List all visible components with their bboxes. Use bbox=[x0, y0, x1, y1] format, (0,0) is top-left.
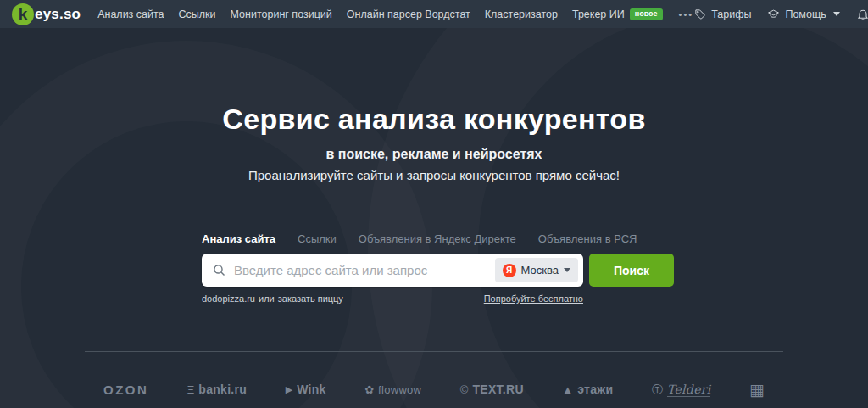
nav-links[interactable]: Ссылки bbox=[179, 8, 216, 20]
notifications-bell-icon[interactable] bbox=[856, 8, 868, 21]
chevron-down-icon bbox=[833, 12, 840, 16]
house-icon: ▲ bbox=[562, 384, 573, 395]
telderi-shield-icon: Ⓣ bbox=[652, 384, 663, 395]
partner-logo-telderi[interactable]: Ⓣ Telderi bbox=[652, 383, 711, 397]
partner-logo-flowwow[interactable]: ✿ flowwow bbox=[364, 383, 421, 396]
nav-wordstat-parser[interactable]: Онлайн парсер Вордстат bbox=[347, 8, 470, 20]
yandex-icon: Я bbox=[503, 264, 516, 277]
nav-site-analysis[interactable]: Анализ сайта bbox=[97, 8, 164, 20]
example-separator: или bbox=[259, 293, 275, 304]
tab-yandex-direct-ads[interactable]: Объявления в Яндекс Директе bbox=[359, 232, 516, 245]
keys-so-logo[interactable]: k eys.so bbox=[12, 3, 81, 25]
search-button[interactable]: Поиск bbox=[589, 254, 674, 287]
tab-site-analysis[interactable]: Анализ сайта bbox=[202, 232, 275, 245]
example-site-link[interactable]: dodopizza.ru bbox=[202, 293, 255, 305]
main-nav: Анализ сайта Ссылки Мониторинг позиций О… bbox=[97, 8, 693, 20]
chevron-down-icon bbox=[564, 268, 570, 272]
qr-pixel-icon: ▦ bbox=[749, 382, 765, 398]
hero-subtitle-1: в поиске, рекламе и нейросетях bbox=[0, 147, 868, 162]
flower-icon: ✿ bbox=[364, 384, 374, 395]
search-box: Я Москва bbox=[202, 254, 583, 287]
logo-k-circle: k bbox=[12, 3, 34, 25]
hero-section: Сервис анализа конкурентов в поиске, рек… bbox=[0, 28, 868, 408]
partner-logo-banki-ru[interactable]: Ξ banki.ru bbox=[187, 383, 247, 396]
example-links-row: dodopizza.ru или заказать пиццу Попробуй… bbox=[202, 293, 583, 305]
page-title: Сервис анализа конкурентов bbox=[0, 103, 868, 136]
partner-logo-text-ru[interactable]: © TEXT.RU bbox=[460, 383, 524, 396]
try-free-link[interactable]: Попробуйте бесплатно bbox=[484, 293, 583, 305]
nav-clusterizer[interactable]: Кластеризатор bbox=[485, 8, 558, 20]
search-tabs: Анализ сайта Ссылки Объявления в Яндекс … bbox=[202, 232, 637, 245]
nav-ai-tracker[interactable]: Трекер ИИ новое bbox=[572, 8, 663, 20]
top-navigation-bar: k eys.so Анализ сайта Ссылки Мониторинг … bbox=[0, 0, 868, 28]
search-input[interactable] bbox=[234, 263, 495, 277]
logo-text: eys.so bbox=[35, 6, 81, 23]
search-icon bbox=[212, 263, 226, 277]
more-menu-icon[interactable]: ••• bbox=[679, 9, 694, 20]
decorative-ring-left bbox=[0, 41, 432, 408]
tab-links[interactable]: Ссылки bbox=[298, 232, 337, 245]
header-actions: Тарифы Помощь Вход Регистрация bbox=[693, 8, 868, 21]
region-label: Москва bbox=[521, 264, 559, 277]
graduation-cap-icon bbox=[767, 8, 780, 20]
partner-logos-strip: OZON Ξ banki.ru ▶ Wink ✿ flowwow © TEXT.… bbox=[85, 372, 783, 407]
help-menu[interactable]: Помощь bbox=[767, 8, 839, 20]
wink-play-icon: ▶ bbox=[286, 385, 292, 394]
partner-logo-wink[interactable]: ▶ Wink bbox=[286, 383, 326, 396]
partner-logo-etazhi[interactable]: ▲ этажи bbox=[562, 383, 613, 396]
partner-logo-pixel-mark[interactable]: ▦ bbox=[749, 382, 765, 398]
partners-divider bbox=[85, 351, 783, 352]
banki-icon: Ξ bbox=[187, 384, 194, 395]
search-bar: Я Москва Поиск bbox=[202, 254, 674, 287]
logo-k-letter: k bbox=[19, 6, 28, 22]
hero-subtitle-2: Проанализируйте сайты и запросы конкурен… bbox=[0, 168, 868, 182]
tab-rsya-ads[interactable]: Объявления в РСЯ bbox=[538, 232, 637, 245]
copyright-icon: © bbox=[460, 384, 469, 395]
region-selector[interactable]: Я Москва bbox=[495, 258, 578, 282]
partner-logo-ozon[interactable]: OZON bbox=[103, 383, 148, 397]
nav-position-monitoring[interactable]: Мониторинг позиций bbox=[231, 8, 332, 20]
tariffs-link[interactable]: Тарифы bbox=[693, 8, 751, 20]
example-query-link[interactable]: заказать пиццу bbox=[278, 293, 343, 305]
price-tag-icon bbox=[693, 8, 706, 20]
new-badge: новое bbox=[630, 8, 663, 20]
page: k eys.so Анализ сайта Ссылки Мониторинг … bbox=[0, 0, 868, 408]
